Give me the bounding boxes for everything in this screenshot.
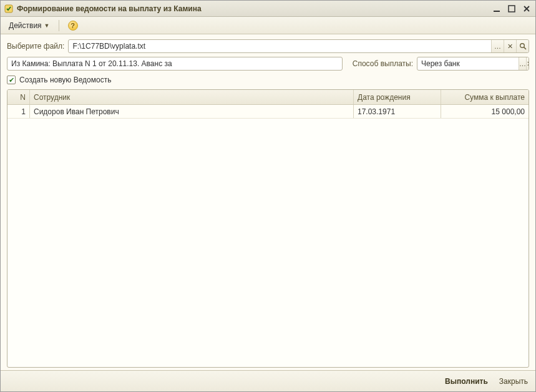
th-sum[interactable]: Сумма к выплате (441, 90, 529, 104)
minimize-button[interactable] (492, 4, 502, 14)
file-select-button[interactable]: … (491, 40, 504, 52)
close-button[interactable] (522, 4, 532, 14)
employees-table: N Сотрудник Дата рождения Сумма к выплат… (7, 89, 529, 368)
file-field: … ✕ (68, 39, 529, 53)
cell-employee: Сидоров Иван Петрович (30, 105, 354, 118)
create-new-label: Создать новую Ведомость (19, 76, 111, 84)
svg-rect-1 (494, 11, 500, 12)
content-area: Выберите файл: … ✕ Способ выплаты: (1, 34, 535, 370)
source-field (7, 57, 343, 71)
table-body: 1 Сидоров Иван Петрович 17.03.1971 15 00… (7, 105, 529, 367)
svg-line-4 (524, 47, 525, 49)
source-row: Способ выплаты: … ✕ (7, 57, 529, 71)
chevron-down-icon: ▼ (44, 22, 50, 29)
cell-n: 1 (7, 105, 30, 118)
maximize-button[interactable] (507, 4, 517, 14)
method-label: Способ выплаты: (353, 59, 413, 68)
close-link[interactable]: Закрыть (499, 377, 528, 386)
footer: Выполнить Закрыть (1, 370, 535, 391)
file-clear-button[interactable]: ✕ (504, 40, 516, 52)
execute-button[interactable]: Выполнить (445, 377, 488, 386)
th-employee[interactable]: Сотрудник (30, 90, 354, 104)
source-input[interactable] (7, 59, 342, 68)
svg-rect-2 (509, 6, 515, 12)
cell-dob: 17.03.1971 (354, 105, 441, 118)
actions-menu[interactable]: Действия ▼ (4, 19, 54, 32)
window-title: Формирование ведомости на выплату из Кам… (17, 4, 488, 13)
cell-sum: 15 000,00 (441, 105, 529, 118)
method-input[interactable] (417, 59, 519, 68)
file-input[interactable] (69, 42, 491, 51)
help-icon: ? (68, 21, 78, 31)
check-icon: ✔ (9, 77, 14, 84)
method-select-button[interactable]: … (519, 57, 526, 70)
toolbar: Действия ▼ ? (1, 17, 535, 34)
actions-label: Действия (9, 21, 42, 30)
file-row: Выберите файл: … ✕ (7, 39, 529, 53)
th-dob[interactable]: Дата рождения (354, 90, 441, 104)
titlebar: Формирование ведомости на выплату из Кам… (1, 1, 535, 17)
window-controls (492, 4, 532, 14)
help-button[interactable]: ? (64, 19, 82, 32)
method-field: … ✕ (417, 57, 529, 71)
main-window: Формирование ведомости на выплату из Кам… (0, 0, 536, 392)
file-search-button[interactable] (516, 40, 529, 52)
file-label: Выберите файл: (7, 42, 64, 51)
svg-point-3 (520, 44, 524, 48)
create-new-row: ✔ Создать новую Ведомость (7, 74, 529, 86)
th-n[interactable]: N (7, 90, 30, 104)
create-new-checkbox[interactable]: ✔ (7, 76, 16, 84)
table-row[interactable]: 1 Сидоров Иван Петрович 17.03.1971 15 00… (7, 105, 529, 119)
toolbar-separator (59, 20, 59, 31)
app-icon (4, 4, 13, 13)
table-header: N Сотрудник Дата рождения Сумма к выплат… (7, 90, 529, 105)
method-clear-button[interactable]: ✕ (526, 57, 529, 70)
